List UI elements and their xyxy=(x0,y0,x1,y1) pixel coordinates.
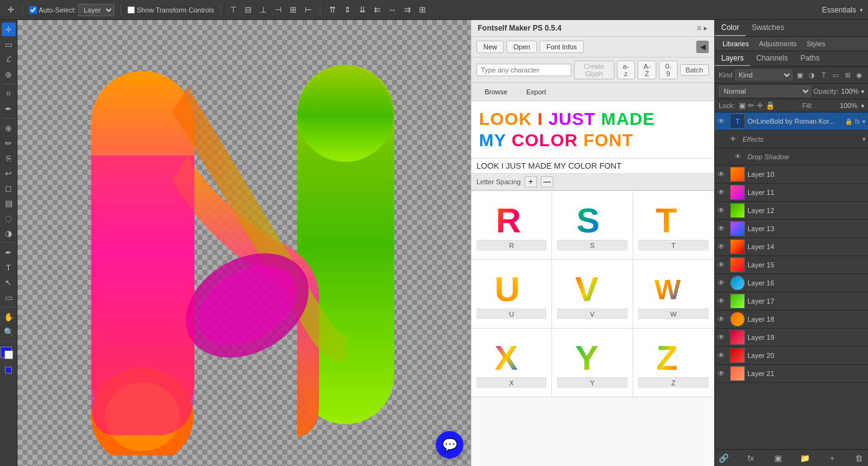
layer-row-11[interactable]: 👁 Layer 11 xyxy=(715,184,868,202)
09-button[interactable]: 0-9 xyxy=(659,61,677,79)
glyph-cell-z[interactable]: Z Z xyxy=(633,329,714,397)
distribute-top-icon[interactable]: ⇈ xyxy=(327,4,338,16)
move-tool-icon[interactable]: ✛ xyxy=(5,4,16,16)
visibility-onelinebold[interactable]: 👁 xyxy=(718,117,727,126)
dodge-tool-button[interactable]: ◑ xyxy=(2,226,16,240)
lock-image-icon[interactable]: ✏ xyxy=(748,101,754,110)
glyph-cell-t[interactable]: T T xyxy=(633,191,714,260)
magic-wand-tool-button[interactable]: ⊛ xyxy=(2,67,16,81)
eyedropper-tool-button[interactable]: ✒ xyxy=(2,102,16,116)
visibility-layer-15[interactable]: 👁 xyxy=(718,260,727,269)
letter-spacing-minus-button[interactable]: — xyxy=(541,176,553,187)
fill-dropdown-arrow[interactable]: ▾ xyxy=(861,102,864,109)
tab-color[interactable]: Color xyxy=(715,20,746,36)
filter-text-icon[interactable]: T xyxy=(819,70,829,80)
tab-swatches[interactable]: Swatches xyxy=(746,20,791,36)
clone-stamp-button[interactable]: ⎘ xyxy=(2,151,16,165)
filter-smartobj-icon[interactable]: ⊞ xyxy=(842,70,852,80)
fontself-back-icon[interactable]: ◀ xyxy=(696,41,709,53)
tab-channels[interactable]: Channels xyxy=(750,51,794,66)
add-fx-button[interactable]: fx xyxy=(744,452,757,464)
lock-all-icon[interactable]: 🔒 xyxy=(766,101,775,110)
pen-tool-button[interactable]: ✒ xyxy=(2,245,16,259)
history-brush-button[interactable]: ↩ xyxy=(2,166,16,180)
background-color[interactable] xyxy=(4,350,13,359)
add-mask-button[interactable]: ▣ xyxy=(772,452,784,464)
crop-tool-button[interactable]: ⌗ xyxy=(2,87,16,101)
chat-bubble-button[interactable]: 💬 xyxy=(436,431,463,459)
opacity-dropdown-arrow[interactable]: ▾ xyxy=(861,88,864,95)
expand-arrow-effects[interactable]: ▾ xyxy=(862,136,866,142)
kind-filter-dropdown[interactable]: Kind xyxy=(735,69,792,81)
layer-row-15[interactable]: 👁 Layer 15 xyxy=(715,256,868,274)
layer-row-12[interactable]: 👁 Layer 12 xyxy=(715,202,868,220)
visibility-layer-19[interactable]: 👁 xyxy=(718,333,727,342)
layer-row-20[interactable]: 👁 Layer 20 xyxy=(715,347,868,365)
brush-tool-button[interactable]: ✏ xyxy=(2,136,16,150)
visibility-layer-21[interactable]: 👁 xyxy=(718,369,727,378)
align-bottom-icon[interactable]: ⊥ xyxy=(257,4,269,16)
glyph-cell-w[interactable]: W W xyxy=(633,260,714,329)
open-button[interactable]: Open xyxy=(506,41,537,53)
blur-tool-button[interactable]: ◌ xyxy=(2,211,16,225)
align-vert-center-icon[interactable]: ⊟ xyxy=(242,4,254,16)
layer-row-10[interactable]: 👁 Layer 10 xyxy=(715,166,868,184)
visibility-layer-20[interactable]: 👁 xyxy=(718,351,727,360)
hand-tool-button[interactable]: ✋ xyxy=(2,310,16,324)
export-button[interactable]: Export xyxy=(518,86,555,98)
visibility-layer-10[interactable]: 👁 xyxy=(718,170,727,179)
tab-libraries[interactable]: Libraries xyxy=(719,39,752,49)
create-glyph-button[interactable]: Create Glyph xyxy=(574,61,614,79)
lasso-tool-button[interactable]: 𝓛 xyxy=(2,52,16,66)
auto-select-dropdown[interactable]: Layer xyxy=(78,4,114,16)
align-left-icon[interactable]: ⊣ xyxy=(272,4,284,16)
browse-button[interactable]: Browse xyxy=(476,86,516,98)
preview-text-input[interactable] xyxy=(476,161,709,171)
align-right-icon[interactable]: ⊢ xyxy=(302,4,313,16)
layer-row-21[interactable]: 👁 Layer 21 xyxy=(715,365,868,383)
layer-row-17[interactable]: 👁 Layer 17 xyxy=(715,292,868,310)
new-button[interactable]: New xyxy=(476,41,504,53)
filter-pixel-icon[interactable]: ▣ xyxy=(795,70,805,80)
workspace-dropdown-arrow[interactable]: ▾ xyxy=(860,7,863,13)
tab-layers[interactable]: Layers xyxy=(715,51,750,66)
kind-select[interactable]: Kind xyxy=(735,69,792,81)
glyph-cell-s[interactable]: S S xyxy=(552,191,633,260)
layer-row-14[interactable]: 👁 Layer 14 xyxy=(715,238,868,256)
visibility-drop-shadow[interactable]: 👁 xyxy=(735,153,745,160)
char-input-field[interactable] xyxy=(476,64,571,76)
shape-tool-button[interactable]: ▭ xyxy=(2,290,16,304)
fontself-menu-icon[interactable]: ≡ xyxy=(697,24,701,32)
text-tool-button[interactable]: T xyxy=(2,260,16,274)
visibility-effects[interactable]: 👁 xyxy=(730,136,740,142)
tab-paths[interactable]: Paths xyxy=(794,51,826,66)
distribute-left-icon[interactable]: ⇇ xyxy=(372,4,383,16)
batch-button[interactable]: Batch xyxy=(680,64,709,76)
lock-transparent-icon[interactable]: ▣ xyxy=(739,101,746,110)
letter-spacing-plus-button[interactable]: + xyxy=(525,176,537,187)
expand-arrow-onelinebold[interactable]: ▾ xyxy=(862,118,866,125)
show-transform-checkbox[interactable] xyxy=(127,6,135,14)
move-tool-button[interactable]: ✛ xyxy=(2,22,16,36)
auto-select-checkbox[interactable] xyxy=(29,6,37,14)
layer-row-drop-shadow[interactable]: 👁 Drop Shadow xyxy=(715,148,868,166)
marquee-tool-button[interactable]: ▭ xyxy=(2,37,16,51)
link-layers-button[interactable]: 🔗 xyxy=(718,452,730,464)
visibility-layer-12[interactable]: 👁 xyxy=(718,206,727,215)
zoom-tool-button[interactable]: 🔍 xyxy=(2,325,16,339)
glyph-cell-v[interactable]: V V xyxy=(552,260,633,329)
layer-row-18[interactable]: 👁 Layer 18 xyxy=(715,310,868,329)
fontself-collapse-icon[interactable]: ▸ xyxy=(704,24,708,32)
delete-layer-button[interactable]: 🗑 xyxy=(853,452,866,464)
align-top-icon[interactable]: ⊤ xyxy=(227,4,239,16)
lock-position-icon[interactable]: ✛ xyxy=(757,101,763,110)
font-infos-button[interactable]: Font Infos xyxy=(540,41,584,53)
more-options-icon[interactable]: ⊞ xyxy=(417,4,428,16)
tab-adjustments[interactable]: Adjustments xyxy=(755,39,801,49)
path-select-button[interactable]: ↖ xyxy=(2,275,16,289)
visibility-layer-16[interactable]: 👁 xyxy=(718,279,727,287)
create-group-button[interactable]: 📁 xyxy=(799,452,811,464)
glyph-cell-u[interactable]: U U xyxy=(471,260,552,329)
visibility-layer-14[interactable]: 👁 xyxy=(718,242,727,251)
layer-row-effects[interactable]: 👁 Effects ▾ xyxy=(715,131,868,148)
